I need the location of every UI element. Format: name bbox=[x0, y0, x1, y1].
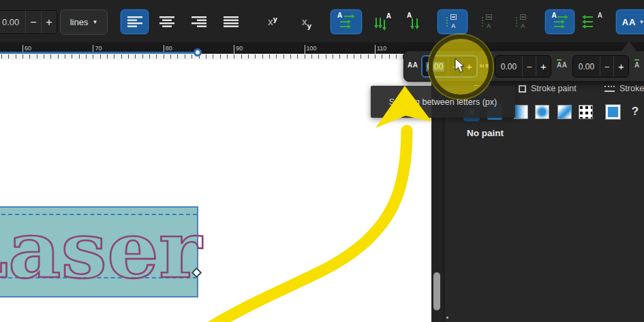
align-center-icon bbox=[159, 16, 174, 27]
kerning-value[interactable]: 0.00 bbox=[573, 56, 600, 77]
paint-status-text: No paint bbox=[467, 128, 504, 138]
text-spacing-popover-button[interactable]: AA ▼ bbox=[615, 9, 644, 35]
stroke-style-icon bbox=[604, 86, 615, 92]
ruler-major-tick: 110 bbox=[375, 45, 375, 54]
drawing-canvas[interactable]: Laser bbox=[0, 60, 431, 322]
ruler-unit-label: 80 bbox=[166, 45, 172, 52]
radial-gradient-icon bbox=[535, 105, 549, 119]
linear-gradient-icon bbox=[514, 105, 528, 119]
text-flow-vertical-lr-icon: A bbox=[405, 14, 423, 29]
chevron-down-icon: ▼ bbox=[639, 19, 644, 25]
subscript-icon: xy bbox=[302, 16, 311, 28]
superscript-icon: xy bbox=[268, 16, 277, 28]
cjk-orientation-sideways-icon: A bbox=[516, 14, 528, 29]
word-spacing-spinbox[interactable]: 0.00 − + bbox=[495, 55, 551, 78]
align-left-icon bbox=[127, 16, 142, 27]
direction-ltr-icon: A bbox=[551, 14, 569, 29]
chevron-down-icon: ▼ bbox=[92, 19, 97, 25]
swatch-icon bbox=[606, 105, 620, 119]
line-height-plus-button[interactable]: + bbox=[42, 11, 57, 33]
align-left-button[interactable] bbox=[120, 9, 149, 35]
kerning-minus-button[interactable]: − bbox=[600, 56, 613, 77]
align-justify-icon bbox=[224, 16, 239, 27]
align-right-icon bbox=[191, 16, 206, 27]
tab-stroke-style[interactable]: Stroke bbox=[604, 80, 644, 97]
word-spacing-minus-button[interactable]: − bbox=[523, 56, 536, 77]
word-spacing-plus-button[interactable]: + bbox=[536, 56, 551, 77]
direction-ltr-button[interactable]: A bbox=[545, 9, 575, 35]
kerning-icon: AA bbox=[557, 61, 567, 69]
text-flow-vertical-rl-icon: A bbox=[373, 14, 391, 29]
kerning-spinbox[interactable]: 0.00 − + bbox=[572, 55, 629, 78]
ruler-selection-end-marker bbox=[194, 48, 202, 57]
ruler-major-tick: 90 bbox=[234, 45, 234, 54]
vertical-shift-icon: A bbox=[634, 61, 640, 69]
align-justify-button[interactable] bbox=[216, 9, 245, 35]
text-orientation-sideways-button: A bbox=[511, 9, 533, 35]
radial-gradient-button[interactable] bbox=[534, 102, 550, 121]
tab-stroke-paint-label: Stroke paint bbox=[531, 84, 577, 93]
ruler-unit-label: 90 bbox=[236, 45, 243, 52]
align-center-button[interactable] bbox=[152, 9, 181, 35]
text-toolbar: 0.00 − + lines ▼ bbox=[0, 0, 644, 42]
text-flow-vertical-rl-button[interactable]: A bbox=[370, 9, 395, 35]
text-orientation-auto-button[interactable]: A bbox=[437, 9, 468, 35]
pattern-icon bbox=[579, 105, 593, 119]
line-height-minus-button[interactable]: − bbox=[26, 11, 41, 33]
ruler-unit-label: 60 bbox=[25, 45, 31, 52]
question-mark-icon: ? bbox=[632, 105, 639, 118]
ruler-unit-label: 100 bbox=[307, 45, 317, 52]
subscript-button[interactable]: xy bbox=[292, 9, 322, 35]
cjk-orientation-upright-icon: A bbox=[482, 14, 494, 29]
inkscape-window: 0.00 − + lines ▼ bbox=[0, 0, 644, 322]
word-spacing-value[interactable]: 0.00 bbox=[495, 56, 522, 77]
tooltip-text: Spacing between letters (px) bbox=[389, 97, 497, 107]
popover-pointer bbox=[622, 41, 637, 51]
tab-stroke-paint[interactable]: Stroke paint bbox=[519, 80, 577, 97]
mesh-gradient-button[interactable] bbox=[556, 102, 572, 121]
align-right-button[interactable] bbox=[184, 9, 213, 35]
line-height-value[interactable]: 0.00 bbox=[0, 11, 25, 33]
ruler-unit-label: 70 bbox=[95, 45, 102, 52]
superscript-button[interactable]: xy bbox=[258, 9, 288, 35]
outlined-text[interactable]: Laser bbox=[0, 204, 202, 295]
selected-text-object[interactable]: Laser bbox=[0, 197, 218, 300]
highlight-circle-annotation bbox=[429, 35, 493, 99]
line-height-spinner[interactable]: 0.00 − + bbox=[0, 10, 57, 34]
ruler-unit-label: 110 bbox=[377, 45, 386, 52]
kerning-plus-button[interactable]: + bbox=[614, 56, 628, 77]
letter-spacing-icon: AA bbox=[408, 61, 418, 69]
ruler-major-tick: 100 bbox=[305, 45, 305, 54]
pattern-button[interactable] bbox=[577, 102, 594, 121]
unknown-paint-button[interactable]: ? bbox=[627, 102, 643, 121]
direction-rtl-icon: A bbox=[585, 14, 602, 29]
cjk-orientation-auto-icon: A bbox=[446, 14, 459, 29]
text-orientation-upright-button: A bbox=[477, 9, 499, 35]
tab-stroke-label: Stroke bbox=[619, 84, 644, 93]
line-height-unit-dropdown[interactable]: lines ▼ bbox=[60, 10, 108, 35]
unit-label: lines bbox=[70, 17, 89, 27]
ruler-selection-extent-line bbox=[0, 52, 197, 54]
stroke-paint-icon bbox=[519, 85, 526, 93]
text-flow-horizontal-icon: A bbox=[337, 14, 355, 29]
mesh-gradient-icon bbox=[557, 105, 572, 119]
direction-rtl-button[interactable]: A bbox=[582, 9, 605, 35]
text-flow-vertical-lr-button[interactable]: A bbox=[402, 9, 427, 35]
swatch-button[interactable] bbox=[604, 102, 621, 121]
text-flow-horizontal-button[interactable]: A bbox=[330, 9, 363, 35]
vertical-scrollbar-thumb[interactable] bbox=[433, 272, 440, 310]
panel-scroll-dot bbox=[446, 317, 448, 319]
letter-spacing-icon: AA bbox=[622, 17, 637, 27]
